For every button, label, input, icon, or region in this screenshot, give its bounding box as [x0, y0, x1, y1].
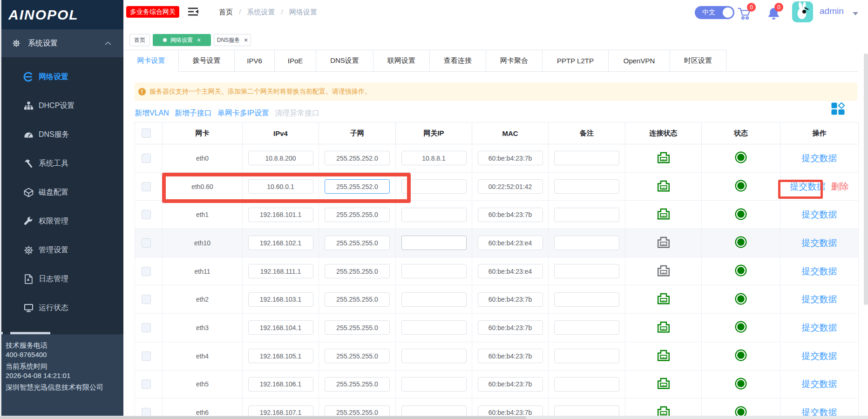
submit-data-link[interactable]: 提交数据: [802, 238, 837, 248]
tag-3[interactable]: DNS服务×: [214, 34, 251, 46]
gateway-input[interactable]: [401, 320, 467, 335]
mac-input[interactable]: 60:be:b4:23:7b: [478, 151, 543, 165]
ipv4-input[interactable]: 192.168.106.1: [248, 377, 313, 392]
submit-data-link[interactable]: 提交数据: [802, 266, 837, 276]
subtab-11[interactable]: 时区设置: [670, 50, 726, 72]
remark-input[interactable]: [554, 320, 619, 335]
action-link-1[interactable]: 新增VLAN: [135, 109, 169, 117]
subtab-2[interactable]: 拨号设置: [179, 50, 235, 72]
mac-input[interactable]: 60:be:b4:23:7b: [478, 320, 543, 335]
subtab-8[interactable]: 网卡聚合: [486, 50, 542, 72]
sidebar-item-1[interactable]: 网络设置: [0, 62, 123, 91]
row-checkbox[interactable]: [142, 210, 151, 219]
subnet-input[interactable]: 255.255.252.0: [325, 151, 390, 165]
remark-input[interactable]: [554, 292, 619, 307]
ipv4-input[interactable]: 10.8.8.200: [248, 151, 313, 165]
ipv4-input[interactable]: 192.168.103.1: [248, 292, 313, 307]
gateway-input[interactable]: [401, 349, 467, 363]
subnet-input[interactable]: 255.255.255.0: [325, 236, 390, 250]
submit-data-link[interactable]: 提交数据: [802, 351, 837, 361]
subtab-5[interactable]: DNS设置: [316, 50, 373, 72]
submit-data-link[interactable]: 提交数据: [802, 294, 837, 304]
tag-1[interactable]: 首页: [129, 34, 150, 46]
ipv4-input[interactable]: 192.168.105.1: [248, 349, 313, 363]
subtab-10[interactable]: OpenVPN: [609, 50, 670, 72]
ipv4-input[interactable]: 192.168.104.1: [248, 320, 313, 335]
sidebar-menu-system-settings[interactable]: 系统设置: [0, 29, 123, 57]
sidebar-item-8[interactable]: 日志管理: [0, 264, 123, 293]
hamburger-collapse-icon[interactable]: [188, 7, 199, 18]
submit-data-link[interactable]: 提交数据: [802, 323, 837, 332]
row-checkbox[interactable]: [142, 295, 151, 304]
avatar[interactable]: [792, 1, 813, 22]
gateway-input[interactable]: [401, 179, 467, 194]
sidebar-item-2[interactable]: DHCP设置: [0, 91, 123, 120]
tag-close-icon[interactable]: ×: [197, 37, 201, 43]
mac-input[interactable]: 60:be:b4:23:7b: [478, 292, 543, 307]
subnet-input[interactable]: 255.255.255.0: [325, 377, 390, 392]
breadcrumb-system-settings[interactable]: 系统设置: [247, 8, 275, 16]
vertical-scrollbar-thumb[interactable]: [864, 54, 868, 305]
gateway-input[interactable]: [401, 292, 467, 307]
sidebar-item-3[interactable]: DNS服务: [0, 120, 123, 149]
ipv4-input[interactable]: 192.168.101.1: [248, 208, 313, 222]
subnet-input[interactable]: 255.255.255.0: [325, 264, 390, 278]
select-all-checkbox[interactable]: [142, 128, 151, 138]
submit-data-link[interactable]: 提交数据: [802, 153, 837, 163]
sidebar-item-5[interactable]: 磁盘配置: [0, 178, 123, 207]
mac-input[interactable]: 60:be:b4:23:7b: [478, 349, 543, 363]
mac-input[interactable]: 60:be:b4:23:e4: [478, 236, 543, 250]
submit-data-link[interactable]: 提交数据: [802, 210, 837, 219]
row-checkbox[interactable]: [142, 182, 151, 191]
ipv4-input[interactable]: 192.168.102.1: [248, 236, 313, 250]
sidebar-item-10[interactable]: [0, 322, 123, 334]
action-link-2[interactable]: 新增子接口: [175, 109, 212, 117]
row-checkbox[interactable]: [142, 154, 151, 163]
subtab-3[interactable]: IPV6: [235, 50, 275, 72]
language-toggle[interactable]: 中文: [695, 6, 734, 19]
row-checkbox[interactable]: [142, 238, 151, 248]
ipv4-input[interactable]: 192.168.111.1: [248, 264, 313, 278]
row-checkbox[interactable]: [142, 351, 151, 361]
remark-input[interactable]: [554, 208, 619, 222]
breadcrumb-home[interactable]: 首页: [219, 8, 233, 16]
subtab-9[interactable]: PPTP L2TP: [542, 50, 609, 72]
remark-input[interactable]: [554, 377, 619, 392]
remark-input[interactable]: [554, 349, 619, 363]
action-link-3[interactable]: 单网卡多IP设置: [217, 109, 269, 117]
remark-input[interactable]: [554, 236, 619, 250]
mac-input[interactable]: 00:22:52:01:42: [478, 179, 543, 194]
delete-link[interactable]: 删除: [831, 182, 849, 191]
row-checkbox[interactable]: [142, 323, 151, 332]
subnet-input[interactable]: 255.255.255.0: [325, 292, 390, 307]
gateway-input[interactable]: 10.8.8.1: [401, 151, 467, 165]
subtab-1[interactable]: 网卡设置: [124, 50, 179, 72]
gateway-input[interactable]: [401, 208, 467, 222]
mac-input[interactable]: 60:be:b4:23:7b: [478, 208, 543, 222]
subtab-7[interactable]: 查看连接: [430, 50, 486, 72]
sidebar-item-7[interactable]: 管理设置: [0, 236, 123, 264]
subnet-input[interactable]: 255.255.255.0: [325, 208, 390, 222]
tag-2[interactable]: 网络设置×: [153, 34, 211, 46]
sidebar-item-6[interactable]: 权限管理: [0, 207, 123, 236]
subtab-4[interactable]: IPoE: [275, 50, 316, 72]
subnet-input[interactable]: 255.255.255.0: [325, 349, 390, 363]
subtab-6[interactable]: 联网设置: [373, 50, 430, 72]
remark-input[interactable]: [554, 179, 619, 194]
subnet-input[interactable]: 255.255.255.0: [325, 320, 390, 335]
sidebar-item-9[interactable]: 运行状态: [0, 293, 123, 322]
column-layout-icon[interactable]: [831, 102, 845, 117]
mac-input[interactable]: 60:be:b4:23:7b: [478, 377, 543, 392]
gateway-input[interactable]: [401, 264, 467, 278]
sidebar-item-4[interactable]: 系统工具: [0, 149, 123, 178]
gateway-input[interactable]: [401, 377, 467, 392]
gateway-input[interactable]: [401, 236, 467, 250]
tag-close-icon[interactable]: ×: [244, 37, 248, 43]
admin-username[interactable]: admin: [820, 6, 844, 16]
mac-input[interactable]: 60:be:b4:23:e4: [478, 264, 543, 278]
horizontal-scrollbar-thumb[interactable]: [0, 416, 526, 419]
row-checkbox[interactable]: [142, 379, 151, 389]
remark-input[interactable]: [554, 264, 619, 278]
remark-input[interactable]: [554, 151, 619, 165]
row-checkbox[interactable]: [142, 267, 151, 276]
